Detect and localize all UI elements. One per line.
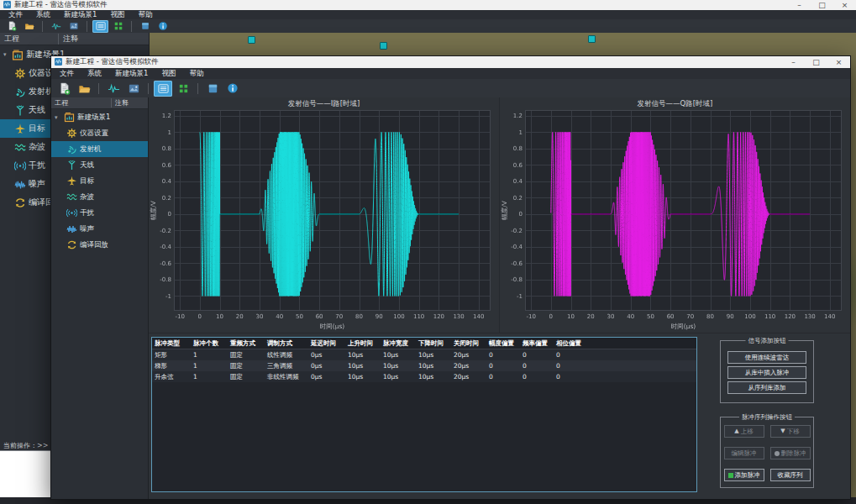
column-header: 下降时间: [416, 338, 451, 349]
seq-button-label: 下移: [787, 426, 800, 437]
minimize-button[interactable]: –: [788, 0, 811, 10]
column-header: 上升时间: [345, 338, 381, 349]
transmitter-icon: [66, 144, 77, 155]
menu-item-2[interactable]: 新建场景1: [57, 10, 103, 19]
maximize-button[interactable]: □: [805, 56, 827, 68]
seq-button-6[interactable]: 收藏序列: [770, 469, 811, 481]
sequence-button-grid: ▲上移▼下移编辑脉冲删除脉冲添加脉冲收藏序列: [721, 425, 813, 481]
tree-item-7[interactable]: 噪声: [51, 221, 148, 237]
cell: 升余弦: [152, 371, 191, 382]
tree-item-2[interactable]: 发射机: [51, 141, 148, 157]
open-project-button[interactable]: [75, 81, 93, 97]
menu-item-0[interactable]: 文件: [2, 10, 29, 19]
signal-add-button-1[interactable]: 使用连续波雷达: [727, 351, 806, 364]
panel-button[interactable]: [203, 81, 222, 97]
pulse-row-1[interactable]: 矩形1固定线性调频0μs10μs10μs10μs20μs000: [152, 349, 696, 361]
table-header-row: 脉冲类型脉冲个数重频方式调制方式延迟时间上升时间脉冲宽度下降时间关闭时间幅度偏置…: [152, 338, 696, 349]
open-project-button[interactable]: [21, 20, 37, 33]
menu-item-3[interactable]: 视图: [155, 68, 182, 79]
cell: 1: [191, 349, 228, 361]
cell: 线性调频: [265, 349, 308, 361]
window-controls: – □ ×: [782, 56, 850, 68]
list-view-icon: [158, 83, 169, 94]
tree-item-5[interactable]: 杂波: [51, 189, 148, 205]
cell: 10μs: [381, 371, 416, 382]
cell: 0μs: [308, 371, 345, 382]
tree-item-1[interactable]: 仪器设置: [51, 125, 148, 141]
panel-button[interactable]: [137, 20, 153, 33]
tree-item-4[interactable]: 目标: [51, 173, 148, 189]
cell: 固定: [228, 371, 265, 382]
column-header: 相位偏置: [554, 338, 696, 349]
cell: 0: [486, 349, 520, 361]
menu-item-1[interactable]: 系统: [81, 68, 108, 79]
radar-marker-icon[interactable]: [248, 36, 255, 44]
tree-item-label: 仪器设置: [80, 129, 108, 139]
seq-button-3[interactable]: 编辑脉冲: [724, 447, 764, 459]
tree-root-scene[interactable]: ▾新建场景1: [51, 109, 148, 125]
waveform-button[interactable]: [104, 81, 123, 97]
menu-item-4[interactable]: 帮助: [182, 68, 210, 79]
signal-add-button-3[interactable]: 从序列库添加: [727, 381, 806, 394]
seq-button-label: 添加脉冲: [735, 470, 760, 480]
list-view-icon: [96, 21, 106, 31]
scene-image-button[interactable]: [66, 20, 81, 33]
minimize-button[interactable]: –: [782, 56, 805, 68]
scene-image-button[interactable]: [124, 81, 143, 97]
toolbar-separator: [148, 83, 149, 94]
cell: 1: [191, 371, 228, 382]
add-green-icon: [728, 473, 733, 478]
radar-marker-icon[interactable]: [380, 42, 387, 50]
list-view-button[interactable]: [92, 20, 108, 33]
new-project-button[interactable]: [55, 81, 73, 97]
menu-item-2[interactable]: 新建场景1: [108, 68, 155, 79]
column-note: 注释: [59, 34, 78, 45]
layout-dots-button[interactable]: [174, 81, 192, 97]
chart-q: 发射信号——Q路[时域]: [500, 97, 850, 333]
close-button[interactable]: ×: [827, 56, 850, 68]
replay-icon: [14, 197, 26, 209]
cell: 0μs: [308, 360, 345, 371]
chart-i-plot[interactable]: [149, 108, 499, 333]
pulse-row-3[interactable]: 升余弦1固定非线性调频0μs10μs10μs10μs20μs000: [152, 371, 696, 382]
scene-image-icon: [69, 21, 79, 31]
open-project-icon: [78, 82, 91, 95]
seq-button-5[interactable]: 添加脉冲: [724, 469, 764, 481]
signal-add-button-2[interactable]: 从库中插入脉冲: [727, 366, 806, 379]
cell: 20μs: [451, 371, 486, 382]
open-project-icon: [24, 21, 34, 31]
chart-q-plot[interactable]: [500, 108, 850, 333]
chart-q-title: 发射信号——Q路[时域]: [500, 97, 850, 108]
about-button[interactable]: [155, 20, 171, 33]
about-icon: [158, 21, 168, 31]
column-header: 频率偏置: [520, 338, 554, 349]
list-view-button[interactable]: [154, 81, 172, 97]
seq-button-label: 删除脉冲: [781, 448, 806, 459]
cell: 20μs: [451, 360, 486, 371]
bg-title-bar: 新建工程 - 雷达信号模拟软件 – □ ×: [0, 0, 856, 10]
seq-button-2[interactable]: ▼下移: [770, 425, 811, 438]
chart-i: 发射信号——I路[时域]: [149, 97, 500, 333]
cell: 10μs: [381, 360, 416, 371]
radar-marker-icon[interactable]: [588, 35, 596, 43]
layout-dots-button[interactable]: [110, 20, 126, 33]
waveform-button[interactable]: [48, 20, 64, 33]
column-header: 脉冲类型: [152, 338, 191, 349]
close-button[interactable]: ×: [833, 0, 856, 10]
menu-item-0[interactable]: 文件: [53, 68, 81, 79]
menu-item-4[interactable]: 帮助: [131, 10, 159, 19]
seq-button-4[interactable]: 删除脉冲: [770, 447, 811, 459]
circle-icon: [775, 451, 780, 456]
fg-main-area: 发射信号——I路[时域] 发射信号——Q路[时域] 脉冲类型脉冲个数重频方式调制…: [149, 97, 850, 499]
seq-button-1[interactable]: ▲上移: [724, 425, 764, 438]
pulse-row-2[interactable]: 梯形1固定三角调频0μs10μs10μs10μs20μs000: [152, 360, 696, 371]
tree-item-3[interactable]: 天线: [51, 157, 148, 173]
about-button[interactable]: [223, 81, 242, 97]
tree-item-6[interactable]: 干扰: [51, 205, 148, 221]
cell: 非线性调频: [265, 371, 308, 382]
menu-item-3[interactable]: 视图: [103, 10, 131, 19]
new-project-button[interactable]: [3, 20, 19, 33]
tree-item-8[interactable]: 编译回放: [51, 237, 148, 253]
menu-item-1[interactable]: 系统: [29, 10, 57, 19]
maximize-button[interactable]: □: [811, 0, 833, 10]
